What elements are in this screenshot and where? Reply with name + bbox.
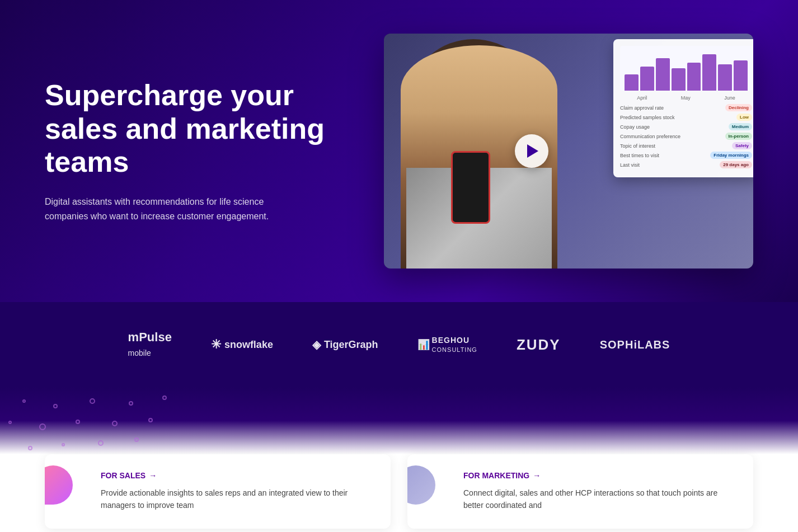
dot <box>28 446 32 450</box>
megaphone-icon <box>407 465 435 505</box>
badge-value-declining: Declining <box>725 104 752 111</box>
mpulse-logo: mPulsemobile <box>128 330 172 359</box>
partner-snowflake: ✳ snowflake <box>211 337 273 352</box>
badge-label: Copay usage <box>620 124 650 130</box>
badge-value-inperson: In-person <box>725 133 752 140</box>
badge-communication: Communication preference In-person <box>620 133 752 140</box>
dot <box>62 443 65 446</box>
play-icon <box>527 144 538 158</box>
video-person <box>384 34 597 269</box>
sales-arrow-icon: → <box>149 471 157 480</box>
badge-label: Topic of interest <box>620 143 655 149</box>
badge-topic: Topic of interest Safety <box>620 142 752 149</box>
sophilabs-text: SOPHiLABS <box>600 338 670 351</box>
chart-bar <box>672 68 686 91</box>
badge-value-safety: Safety <box>732 142 752 149</box>
dot <box>90 398 95 404</box>
chart-label-may: May <box>681 95 691 101</box>
dot <box>39 423 46 430</box>
hero-right-content: April May June Claim approval rate Decli… <box>347 34 753 269</box>
card-for-sales: FOR SALES → Provide actionable insights … <box>45 454 391 529</box>
partners-section: mPulsemobile ✳ snowflake ◈ TigerGraph 📊 … <box>0 302 798 387</box>
sales-icon-area <box>45 465 84 516</box>
chart-bar <box>734 60 748 91</box>
badge-label: Communication preference <box>620 134 680 139</box>
dots-transition <box>0 387 798 454</box>
badge-claim-approval: Claim approval rate Declining <box>620 104 752 111</box>
badge-label: Claim approval rate <box>620 105 664 111</box>
badge-times: Best times to visit Friday mornings <box>620 152 752 159</box>
dot <box>22 399 26 403</box>
dot <box>162 396 167 400</box>
speech-bubble-icon <box>45 465 73 505</box>
badge-last-visit: Last visit 29 days ago <box>620 161 752 168</box>
person-phone <box>451 151 490 224</box>
marketing-icon-area <box>407 465 447 516</box>
dot <box>112 421 118 426</box>
partner-tigergraph: ◈ TigerGraph <box>312 338 378 351</box>
beghou-text: BEGHOUCONSULTING <box>432 336 477 354</box>
hero-section: Supercharge your sales and marketing tea… <box>0 0 798 302</box>
dot <box>134 437 139 442</box>
badge-label: Last visit <box>620 162 640 168</box>
badge-label: Predicted samples stock <box>620 115 675 120</box>
badge-label: Best times to visit <box>620 153 659 158</box>
card-for-marketing: FOR MARKETING → Connect digital, sales a… <box>407 454 753 529</box>
chart-labels: April May June <box>620 95 752 101</box>
marketing-title-text: FOR MARKETING <box>463 471 529 480</box>
chart-bar <box>702 54 716 91</box>
chart-bar <box>625 74 639 91</box>
chart-bar <box>687 63 701 91</box>
dot <box>53 404 58 408</box>
badge-value-days: 29 days ago <box>720 161 752 168</box>
video-background: April May June Claim approval rate Decli… <box>384 34 753 269</box>
chart-bar <box>640 67 654 91</box>
cards-section: FOR SALES → Provide actionable insights … <box>0 454 798 532</box>
video-container[interactable]: April May June Claim approval rate Decli… <box>384 34 753 269</box>
marketing-card-content: FOR MARKETING → Connect digital, sales a… <box>463 471 736 512</box>
tigergraph-text: TigerGraph <box>324 339 378 351</box>
partner-beghou: 📊 BEGHOUCONSULTING <box>417 336 477 354</box>
chart-bars <box>620 46 752 91</box>
zudy-text: ZUDY <box>517 336 561 353</box>
chart-bar <box>718 64 732 91</box>
hero-subtitle: Digital assistants with recommendations … <box>45 195 280 223</box>
badge-value-medium: Medium <box>729 123 752 130</box>
dot <box>98 440 104 446</box>
tigergraph-icon: ◈ <box>312 338 321 351</box>
sales-title-text: FOR SALES <box>101 471 145 480</box>
snowflake-text: snowflake <box>224 339 273 351</box>
beghou-icon: 📊 <box>417 338 430 351</box>
partner-sophilabs: SOPHiLABS <box>600 338 670 351</box>
chart-label-april: April <box>637 95 647 101</box>
snowflake-icon: ✳ <box>211 337 221 352</box>
chart-area <box>620 46 752 91</box>
hero-title: Supercharge your sales and marketing tea… <box>45 79 325 179</box>
sales-card-text: Provide actionable insights to sales rep… <box>101 487 374 512</box>
sales-card-content: FOR SALES → Provide actionable insights … <box>101 471 374 512</box>
marketing-arrow-icon: → <box>533 471 541 480</box>
play-button[interactable] <box>515 134 548 168</box>
badge-samples-stock: Predicted samples stock Low <box>620 114 752 121</box>
marketing-card-title[interactable]: FOR MARKETING → <box>463 471 736 480</box>
partner-zudy: ZUDY <box>517 336 561 354</box>
badge-copay: Copay usage Medium <box>620 123 752 130</box>
dashboard-overlay: April May June Claim approval rate Decli… <box>613 39 753 177</box>
dot <box>76 420 80 424</box>
badge-value-low: Low <box>736 114 752 121</box>
dot <box>129 401 133 406</box>
sales-card-title[interactable]: FOR SALES → <box>101 471 374 480</box>
chart-bar <box>656 58 670 91</box>
dots-decoration <box>0 387 168 454</box>
dot <box>8 421 12 424</box>
partner-mpulse: mPulsemobile <box>128 330 172 359</box>
dot <box>148 418 153 422</box>
marketing-card-text: Connect digital, sales and other HCP int… <box>463 487 736 512</box>
hero-left-content: Supercharge your sales and marketing tea… <box>45 79 325 224</box>
badge-value-friday: Friday mornings <box>710 152 752 159</box>
chart-label-june: June <box>724 95 735 101</box>
